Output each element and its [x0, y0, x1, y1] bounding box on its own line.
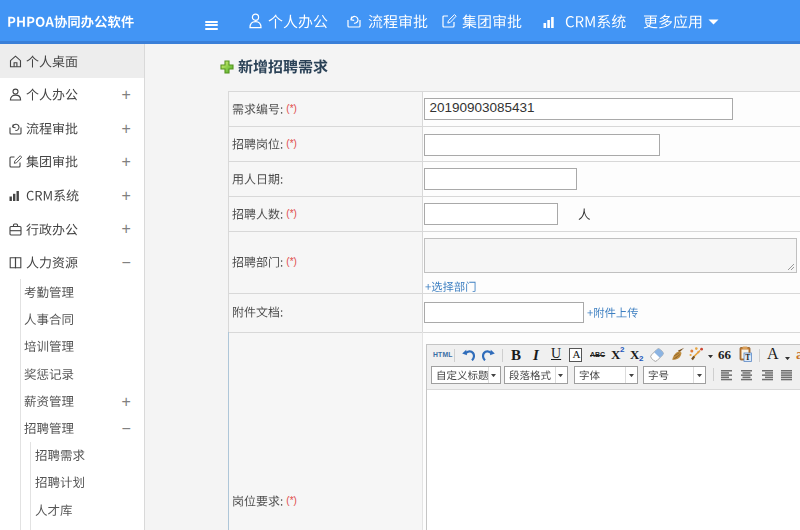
- svg-text:T: T: [745, 353, 750, 362]
